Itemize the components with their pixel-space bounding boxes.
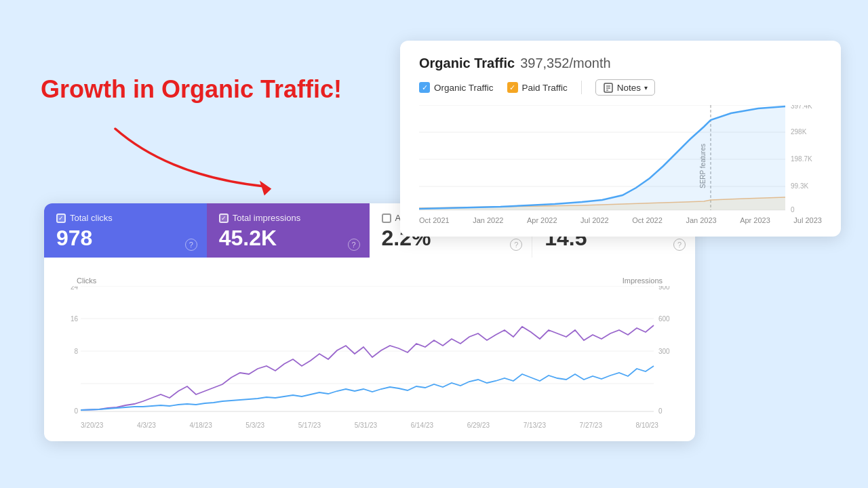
- stat-clicks-label: ✓ Total clicks: [56, 213, 195, 223]
- arrow-icon: [88, 122, 298, 203]
- organic-card-header: Organic Traffic 397,352/month: [419, 56, 822, 71]
- stat-total-clicks: ✓ Total clicks 978 ?: [44, 203, 207, 258]
- organic-card-value: 397,352/month: [520, 56, 610, 71]
- svg-text:397.4K: 397.4K: [791, 105, 812, 110]
- clicks-axis-label: Clicks: [77, 277, 96, 285]
- stat-clicks-value: 978: [56, 226, 195, 251]
- clicks-help-icon[interactable]: ?: [185, 239, 197, 251]
- stat-impressions-label: ✓ Total impressions: [219, 213, 357, 223]
- legend-paid-label: Paid Traffic: [522, 83, 568, 93]
- svg-text:8: 8: [74, 348, 78, 355]
- organic-check-icon: ✓: [419, 82, 430, 93]
- position-help-icon[interactable]: ?: [673, 239, 686, 251]
- svg-text:0: 0: [791, 206, 795, 214]
- gsc-card: ✓ Total clicks 978 ? ✓ Total impressions…: [44, 203, 695, 441]
- svg-text:99.3K: 99.3K: [791, 182, 808, 190]
- xaxis-jan23: Jan 2023: [686, 216, 716, 224]
- xaxis-apr22: Apr 2022: [527, 216, 557, 224]
- gsc-xaxis: 3/20/23 4/3/23 4/18/23 5/3/23 5/17/23 5/…: [60, 422, 679, 429]
- clicks-checkbox[interactable]: ✓: [56, 214, 66, 223]
- xaxis-629: 6/29/23: [467, 422, 490, 429]
- xaxis-jan22: Jan 2022: [473, 216, 503, 224]
- xaxis-403: 4/3/23: [137, 422, 156, 429]
- svg-text:900: 900: [658, 286, 670, 291]
- ctr-checkbox[interactable]: [382, 214, 391, 223]
- xaxis-320: 3/20/23: [81, 422, 103, 429]
- stat-impressions-value: 45.2K: [219, 226, 357, 251]
- gsc-chart-area: Clicks Impressions 24 16 8 0 900 600 300…: [44, 258, 695, 429]
- svg-text:0: 0: [658, 407, 663, 415]
- xaxis-503: 5/3/23: [245, 422, 264, 429]
- svg-text:300: 300: [658, 348, 670, 355]
- xaxis-713: 7/13/23: [524, 422, 546, 429]
- stat-total-impressions: ✓ Total impressions 45.2K ?: [207, 203, 370, 258]
- xaxis-jul22: Jul 2022: [580, 216, 609, 224]
- svg-text:24: 24: [71, 286, 79, 291]
- notes-icon: [603, 82, 614, 93]
- gsc-chart-svg: 24 16 8 0 900 600 300 0: [60, 286, 679, 418]
- paid-check-icon: ✓: [507, 82, 518, 93]
- xaxis-727: 7/27/23: [580, 422, 602, 429]
- xaxis-jul23: Jul 2023: [793, 216, 822, 224]
- legend-organic-traffic[interactable]: ✓ Organic Traffic: [419, 82, 494, 93]
- xaxis-oct21: Oct 2021: [419, 216, 450, 224]
- xaxis-810: 8/10/23: [636, 422, 658, 429]
- organic-card-title: Organic Traffic: [419, 56, 515, 71]
- growth-label: Growth in Organic Traffic!: [41, 75, 342, 104]
- organic-legend-row: ✓ Organic Traffic ✓ Paid Traffic Notes ▾: [419, 79, 822, 96]
- organic-xaxis: Oct 2021 Jan 2022 Apr 2022 Jul 2022 Oct …: [419, 216, 822, 224]
- xaxis-531: 5/31/23: [355, 422, 377, 429]
- notes-chevron-icon: ▾: [644, 84, 648, 92]
- xaxis-614: 6/14/23: [411, 422, 433, 429]
- xaxis-418: 4/18/23: [189, 422, 212, 429]
- notes-button[interactable]: Notes ▾: [595, 79, 655, 96]
- svg-marker-0: [260, 179, 273, 196]
- impressions-checkbox[interactable]: ✓: [219, 214, 229, 223]
- legend-paid-traffic[interactable]: ✓ Paid Traffic: [507, 82, 568, 93]
- xaxis-517: 5/17/23: [298, 422, 321, 429]
- legend-divider: [581, 81, 582, 94]
- svg-text:16: 16: [71, 315, 79, 323]
- organic-chart-svg: SERP features 397.4K 298K 198.7K 99.3K 0: [419, 105, 822, 214]
- xaxis-oct22: Oct 2022: [632, 216, 663, 224]
- organic-traffic-card: Organic Traffic 397,352/month ✓ Organic …: [400, 41, 841, 237]
- svg-text:600: 600: [658, 315, 670, 323]
- impressions-axis-label: Impressions: [623, 277, 663, 285]
- impressions-help-icon[interactable]: ?: [348, 239, 360, 251]
- organic-chart-area: SERP features 397.4K 298K 198.7K 99.3K 0: [419, 105, 822, 214]
- notes-label: Notes: [617, 83, 641, 93]
- ctr-help-icon[interactable]: ?: [510, 239, 522, 251]
- legend-organic-label: Organic Traffic: [434, 83, 494, 93]
- svg-text:0: 0: [74, 407, 78, 415]
- svg-text:298K: 298K: [791, 128, 807, 136]
- xaxis-apr23: Apr 2023: [740, 216, 770, 224]
- svg-text:198.7K: 198.7K: [791, 155, 812, 163]
